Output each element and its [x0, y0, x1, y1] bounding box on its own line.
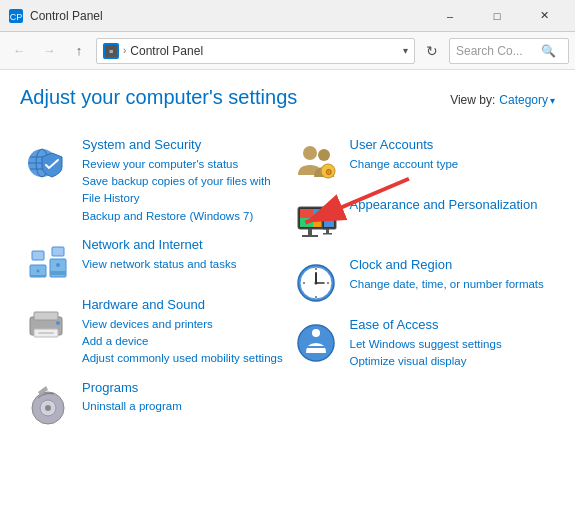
search-icon[interactable]: 🔍	[541, 44, 556, 58]
ease-access-subs: Let Windows suggest settings Optimize vi…	[350, 336, 552, 371]
hardware-subs: View devices and printers Add a device A…	[82, 316, 284, 368]
maximize-button[interactable]: □	[474, 0, 520, 32]
svg-rect-16	[52, 247, 64, 256]
svg-rect-31	[300, 209, 313, 218]
title-bar-label: Control Panel	[30, 9, 427, 23]
system-sub-3[interactable]: Backup and Restore (Windows 7)	[82, 208, 284, 225]
ease-access-icon	[292, 317, 340, 365]
user-sub-1[interactable]: Change account type	[350, 156, 552, 173]
hardware-icon	[24, 297, 72, 345]
ease-sub-1[interactable]: Let Windows suggest settings	[350, 336, 552, 353]
ease-access-info: Ease of Access Let Windows suggest setti…	[350, 317, 552, 370]
appearance-info: Appearance and Personalization	[350, 197, 552, 216]
clock-sub-1[interactable]: Change date, time, or number formats	[350, 276, 552, 293]
system-security-item: System and Security Review your computer…	[20, 131, 288, 231]
svg-rect-38	[324, 219, 334, 227]
hardware-sub-2[interactable]: Add a device	[82, 333, 284, 350]
breadcrumb-dropdown-arrow[interactable]: ▾	[403, 45, 408, 56]
page-title: Adjust your computer's settings	[20, 86, 297, 109]
system-security-icon	[24, 137, 72, 185]
programs-title[interactable]: Programs	[82, 380, 284, 397]
view-by-bar: View by: Category ▾	[450, 93, 555, 107]
svg-rect-39	[326, 229, 329, 233]
appearance-icon	[292, 197, 340, 245]
system-sub-2[interactable]: Save backup copies of your files with Fi…	[82, 173, 284, 208]
svg-text:≡: ≡	[109, 48, 113, 55]
clock-region-info: Clock and Region Change date, time, or n…	[350, 257, 552, 293]
breadcrumb-path: Control Panel	[130, 44, 203, 58]
svg-point-25	[303, 146, 317, 160]
clock-region-title[interactable]: Clock and Region	[350, 257, 552, 274]
ease-access-title[interactable]: Ease of Access	[350, 317, 552, 334]
network-internet-item: Network and Internet View network status…	[20, 231, 288, 291]
title-bar-controls: – □ ✕	[427, 0, 567, 32]
breadcrumb-bar[interactable]: ≡ › Control Panel ▾	[96, 38, 415, 64]
svg-point-14	[37, 269, 40, 272]
user-accounts-subs: Change account type	[350, 156, 552, 173]
search-input[interactable]	[456, 44, 541, 58]
breadcrumb-icon: ≡	[103, 43, 119, 59]
svg-rect-12	[30, 275, 46, 277]
hardware-title[interactable]: Hardware and Sound	[82, 297, 284, 314]
user-accounts-icon: ⚙	[292, 137, 340, 185]
view-by-value[interactable]: Category ▾	[499, 93, 555, 107]
svg-point-13	[56, 263, 60, 267]
svg-rect-11	[50, 271, 66, 275]
view-by-label: View by:	[450, 93, 495, 107]
svg-rect-36	[302, 235, 318, 237]
forward-button[interactable]: →	[36, 38, 62, 64]
network-icon	[24, 237, 72, 285]
hardware-info: Hardware and Sound View devices and prin…	[82, 297, 284, 368]
programs-subs: Uninstall a program	[82, 398, 284, 415]
programs-icon	[24, 380, 72, 428]
hardware-sub-3[interactable]: Adjust commonly used mobility settings	[82, 350, 284, 367]
back-button[interactable]: ←	[6, 38, 32, 64]
user-accounts-title[interactable]: User Accounts	[350, 137, 552, 154]
svg-point-21	[56, 321, 60, 325]
up-button[interactable]: ↑	[66, 38, 92, 64]
minimize-button[interactable]: –	[427, 0, 473, 32]
clock-region-item: Clock and Region Change date, time, or n…	[288, 251, 556, 311]
user-accounts-item: ⚙ User Accounts Change account type	[288, 131, 556, 191]
svg-point-51	[312, 329, 320, 337]
svg-text:⚙: ⚙	[324, 168, 331, 177]
left-column: System and Security Review your computer…	[20, 131, 288, 434]
programs-info: Programs Uninstall a program	[82, 380, 284, 416]
network-sub-1[interactable]: View network status and tasks	[82, 256, 284, 273]
hardware-sub-1[interactable]: View devices and printers	[82, 316, 284, 333]
user-accounts-info: User Accounts Change account type	[350, 137, 552, 173]
right-column: ⚙ User Accounts Change account type	[288, 131, 556, 434]
search-box[interactable]: 🔍	[449, 38, 569, 64]
programs-sub-1[interactable]: Uninstall a program	[82, 398, 284, 415]
refresh-button[interactable]: ↻	[419, 38, 445, 64]
items-grid: System and Security Review your computer…	[20, 131, 555, 434]
svg-rect-15	[32, 251, 44, 260]
ease-sub-2[interactable]: Optimize visual display	[350, 353, 552, 370]
svg-rect-33	[300, 218, 313, 227]
ease-access-item: Ease of Access Let Windows suggest setti…	[288, 311, 556, 376]
title-bar: CP Control Panel – □ ✕	[0, 0, 575, 32]
address-bar: ← → ↑ ≡ › Control Panel ▾ ↻ 🔍	[0, 32, 575, 70]
main-content: Adjust your computer's settings View by:…	[0, 70, 575, 444]
network-subs: View network status and tasks	[82, 256, 284, 273]
system-sub-1[interactable]: Review your computer's status	[82, 156, 284, 173]
view-by-dropdown-icon[interactable]: ▾	[550, 95, 555, 106]
svg-rect-35	[308, 229, 312, 235]
view-by-selected: Category	[499, 93, 548, 107]
system-security-info: System and Security Review your computer…	[82, 137, 284, 225]
content-wrapper: System and Security Review your computer…	[20, 131, 555, 434]
svg-rect-20	[38, 332, 54, 334]
system-security-title[interactable]: System and Security	[82, 137, 284, 154]
hardware-sound-item: Hardware and Sound View devices and prin…	[20, 291, 288, 374]
close-button[interactable]: ✕	[521, 0, 567, 32]
svg-point-24	[45, 405, 51, 411]
svg-rect-40	[323, 233, 332, 235]
system-security-subs: Review your computer's status Save backu…	[82, 156, 284, 225]
network-info: Network and Internet View network status…	[82, 237, 284, 273]
svg-rect-18	[34, 312, 58, 320]
svg-point-26	[318, 149, 330, 161]
svg-text:CP: CP	[10, 12, 23, 22]
appearance-item: Appearance and Personalization	[288, 191, 556, 251]
appearance-title[interactable]: Appearance and Personalization	[350, 197, 552, 214]
network-title[interactable]: Network and Internet	[82, 237, 284, 254]
